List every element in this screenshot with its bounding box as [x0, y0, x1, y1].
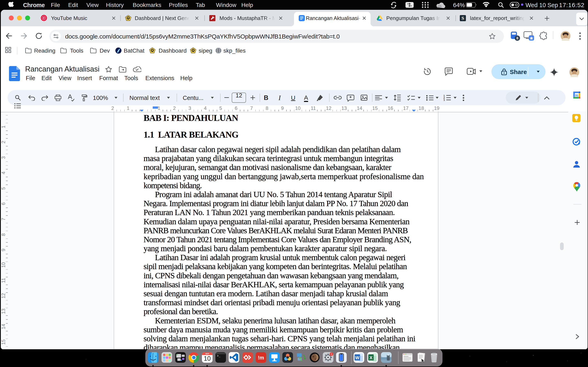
svg-text:8: 8: [516, 36, 518, 40]
svg-text:10: 10: [204, 355, 211, 362]
svg-text:W: W: [355, 355, 360, 360]
svg-text:3: 3: [443, 99, 445, 101]
svg-text:SEP: SEP: [205, 352, 209, 355]
svg-text:31: 31: [575, 94, 579, 97]
svg-text:1: 1: [331, 353, 332, 356]
svg-text:>_: >_: [217, 354, 221, 358]
svg-text:X: X: [370, 355, 373, 360]
svg-text:!m: !m: [258, 355, 264, 360]
